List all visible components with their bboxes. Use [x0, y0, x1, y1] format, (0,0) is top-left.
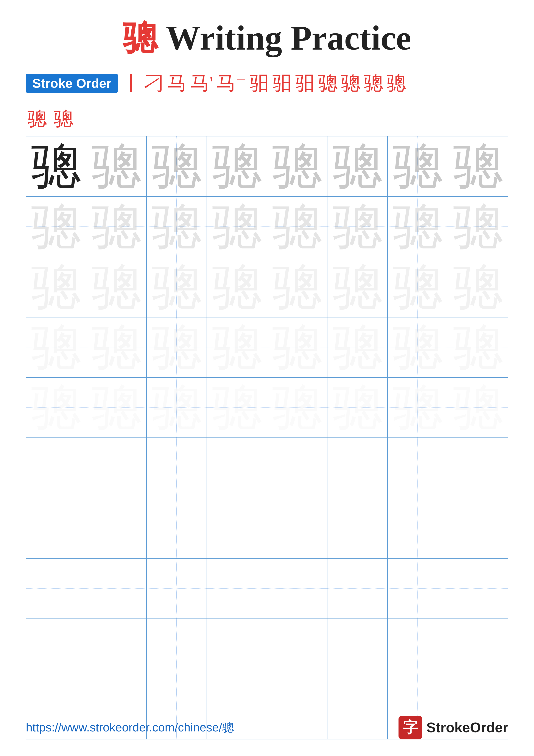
- practice-char: 骢: [453, 202, 503, 252]
- grid-row-7: [26, 498, 508, 558]
- stroke-order-chars: 丨 刁 马 马' 马⁻ 驲 驲 驲 骢 骢 骢 骢: [120, 71, 408, 95]
- grid-cell[interactable]: 骢: [448, 197, 508, 257]
- practice-char: 骢: [272, 202, 322, 252]
- grid-cell[interactable]: 骢: [267, 378, 327, 438]
- grid-cell[interactable]: 骢: [26, 317, 86, 378]
- grid-cell[interactable]: [327, 619, 388, 679]
- grid-cell[interactable]: [86, 438, 146, 498]
- grid-cell[interactable]: [327, 558, 388, 619]
- grid-cell[interactable]: [86, 558, 146, 619]
- grid-cell[interactable]: 骢: [327, 257, 388, 317]
- grid-cell[interactable]: 骢: [267, 317, 327, 378]
- grid-cell[interactable]: 骢: [86, 197, 146, 257]
- grid-cell[interactable]: 骢: [146, 257, 207, 317]
- practice-char: 骢: [272, 142, 322, 191]
- practice-char: 骢: [393, 202, 443, 252]
- practice-char: 骢: [31, 383, 81, 432]
- grid-cell[interactable]: [146, 438, 207, 498]
- grid-cell[interactable]: 骢: [207, 257, 267, 317]
- grid-cell[interactable]: 骢: [388, 197, 448, 257]
- grid-cell[interactable]: 骢: [86, 257, 146, 317]
- logo-icon: 字: [398, 716, 422, 740]
- grid-cell[interactable]: 骢: [327, 317, 388, 378]
- grid-cell[interactable]: [26, 498, 86, 558]
- grid-cell[interactable]: [448, 438, 508, 498]
- practice-char: 骢: [453, 142, 503, 191]
- grid-cell[interactable]: 骢: [448, 136, 508, 197]
- grid-cell[interactable]: 骢: [26, 136, 86, 197]
- grid-cell[interactable]: 骢: [388, 136, 448, 197]
- grid-cell[interactable]: 骢: [146, 197, 207, 257]
- grid-cell[interactable]: [26, 558, 86, 619]
- grid-cell[interactable]: [327, 438, 388, 498]
- grid-cell[interactable]: [146, 498, 207, 558]
- practice-char: 骢: [453, 383, 503, 432]
- footer-url[interactable]: https://www.strokeorder.com/chinese/骢: [26, 719, 234, 736]
- grid-cell[interactable]: 骢: [146, 136, 207, 197]
- practice-char: 骢: [333, 142, 382, 191]
- grid-cell[interactable]: 骢: [207, 136, 267, 197]
- stroke-order-section: Stroke Order 丨 刁 马 马' 马⁻ 驲 驲 驲 骢 骢 骢 骢: [26, 71, 508, 95]
- grid-cell[interactable]: [388, 498, 448, 558]
- grid-cell[interactable]: 骢: [388, 378, 448, 438]
- grid-cell[interactable]: [388, 438, 448, 498]
- grid-row-8: [26, 558, 508, 619]
- grid-cell[interactable]: 骢: [327, 197, 388, 257]
- grid-cell[interactable]: 骢: [146, 317, 207, 378]
- grid-cell[interactable]: 骢: [26, 378, 86, 438]
- stroke-char-6: 驲: [250, 71, 269, 95]
- grid-cell[interactable]: 骢: [267, 136, 327, 197]
- stroke-char-8: 驲: [295, 71, 315, 95]
- grid-cell[interactable]: [327, 498, 388, 558]
- grid-cell[interactable]: 骢: [327, 378, 388, 438]
- grid-cell[interactable]: 骢: [86, 378, 146, 438]
- title-text: Writing Practice: [166, 19, 411, 57]
- grid-cell[interactable]: 骢: [207, 378, 267, 438]
- grid-cell[interactable]: 骢: [448, 378, 508, 438]
- grid-cell[interactable]: 骢: [86, 317, 146, 378]
- grid-cell[interactable]: [267, 558, 327, 619]
- grid-cell[interactable]: [86, 498, 146, 558]
- grid-cell[interactable]: 骢: [26, 257, 86, 317]
- grid-cell[interactable]: [146, 558, 207, 619]
- practice-char: 骢: [272, 262, 322, 312]
- stroke-char-11: 骢: [364, 71, 383, 95]
- practice-char: 骢: [91, 202, 141, 252]
- grid-cell[interactable]: 骢: [267, 197, 327, 257]
- grid-cell[interactable]: [267, 619, 327, 679]
- page: 骢 Writing Practice Stroke Order 丨 刁 马 马'…: [0, 0, 534, 756]
- grid-cell[interactable]: [207, 558, 267, 619]
- grid-cell[interactable]: 骢: [207, 197, 267, 257]
- grid-cell[interactable]: [448, 619, 508, 679]
- grid-cell[interactable]: [207, 438, 267, 498]
- grid-cell[interactable]: 骢: [388, 257, 448, 317]
- grid-cell[interactable]: [388, 558, 448, 619]
- grid-cell[interactable]: 骢: [267, 257, 327, 317]
- grid-cell[interactable]: [448, 498, 508, 558]
- grid-cell[interactable]: 骢: [448, 257, 508, 317]
- grid-cell[interactable]: 骢: [327, 136, 388, 197]
- grid-cell[interactable]: [26, 438, 86, 498]
- grid-cell[interactable]: 骢: [388, 317, 448, 378]
- grid-cell[interactable]: [146, 619, 207, 679]
- grid-cell[interactable]: 骢: [448, 317, 508, 378]
- grid-cell[interactable]: [207, 619, 267, 679]
- title-chinese-char: 骢: [123, 19, 157, 57]
- practice-char: 骢: [393, 383, 443, 432]
- page-title: 骢 Writing Practice: [123, 17, 411, 59]
- grid-cell[interactable]: [267, 498, 327, 558]
- grid-cell[interactable]: [26, 619, 86, 679]
- grid-cell[interactable]: [86, 619, 146, 679]
- grid-cell[interactable]: 骢: [146, 378, 207, 438]
- practice-char: 骢: [152, 142, 201, 191]
- grid-cell[interactable]: 骢: [26, 197, 86, 257]
- grid-cell[interactable]: [267, 438, 327, 498]
- grid-cell[interactable]: [388, 619, 448, 679]
- grid-cell[interactable]: [448, 558, 508, 619]
- practice-char: 骢: [152, 202, 201, 252]
- stroke-char-12: 骢: [387, 71, 406, 95]
- grid-cell[interactable]: 骢: [86, 136, 146, 197]
- grid-cell[interactable]: 骢: [207, 317, 267, 378]
- stroke-char-1: 丨: [122, 71, 141, 95]
- grid-cell[interactable]: [207, 498, 267, 558]
